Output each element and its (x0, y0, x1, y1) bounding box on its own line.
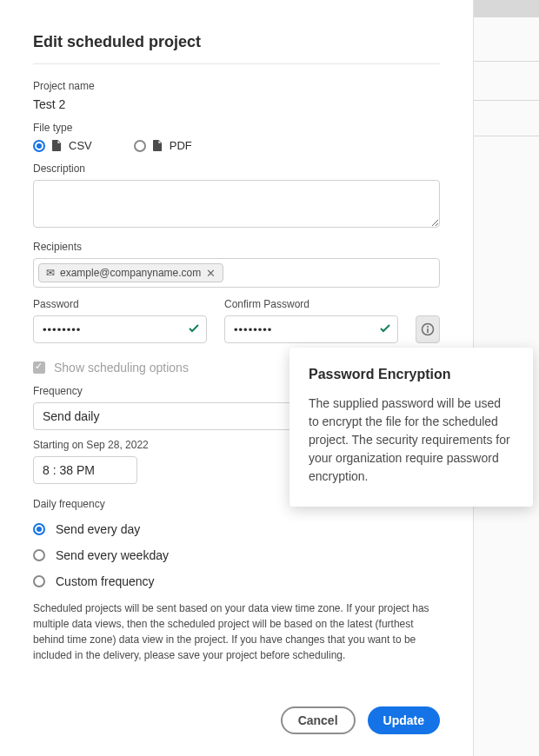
bg-divider (474, 136, 539, 136)
radio-icon (134, 140, 146, 152)
file-type-csv-option[interactable]: CSV (33, 139, 92, 152)
footer-note: Scheduled projects will be sent based on… (33, 600, 440, 663)
daily-freq-custom-option[interactable]: Custom frequency (33, 574, 440, 588)
starting-time-input[interactable]: 8 : 38 PM (33, 456, 137, 484)
check-icon (188, 322, 200, 337)
background-toolbar (474, 0, 539, 17)
file-type-pdf-label: PDF (170, 139, 192, 152)
radio-icon (33, 575, 45, 587)
show-scheduling-label: Show scheduling options (54, 361, 189, 375)
radio-icon (33, 523, 45, 535)
file-type-csv-label: CSV (69, 139, 92, 152)
check-icon (379, 322, 391, 337)
recipient-email: example@companyname.com (60, 267, 201, 279)
daily-freq-everyday-option[interactable]: Send every day (33, 522, 440, 536)
svg-point-1 (427, 326, 429, 328)
file-icon (153, 140, 163, 151)
daily-freq-weekday-option[interactable]: Send every weekday (33, 548, 440, 562)
confirm-password-label: Confirm Password (224, 298, 398, 310)
confirm-password-input[interactable]: •••••••• (224, 315, 398, 343)
password-label: Password (33, 298, 207, 310)
project-name-label: Project name (33, 80, 440, 92)
file-type-pdf-option[interactable]: PDF (134, 139, 192, 152)
modal-title: Edit scheduled project (33, 33, 440, 51)
mail-icon: ✉ (46, 267, 55, 279)
info-icon (421, 322, 435, 336)
bg-divider (474, 100, 539, 101)
popover-title: Password Encryption (309, 367, 514, 382)
file-icon (52, 140, 62, 151)
divider (33, 63, 440, 64)
cancel-button[interactable]: Cancel (281, 706, 356, 734)
daily-freq-weekday-label: Send every weekday (56, 548, 169, 562)
description-label: Description (33, 162, 440, 175)
password-encryption-popover: Password Encryption The supplied passwor… (289, 348, 533, 507)
frequency-value: Send daily (43, 409, 99, 423)
radio-icon (33, 549, 45, 561)
radio-icon (33, 140, 45, 152)
update-button[interactable]: Update (368, 706, 440, 734)
password-input[interactable]: •••••••• (33, 315, 207, 343)
daily-freq-everyday-label: Send every day (56, 522, 140, 536)
svg-rect-2 (427, 328, 429, 333)
popover-body: The supplied password will be used to en… (309, 395, 514, 486)
starting-label: Starting on Sep 28, 2022 (33, 439, 149, 451)
project-name-value: Test 2 (33, 97, 440, 111)
show-scheduling-checkbox (33, 361, 45, 374)
recipients-input[interactable]: ✉ example@companyname.com ✕ (33, 258, 440, 288)
password-info-button[interactable] (416, 315, 440, 343)
starting-time-value: 8 : 38 PM (43, 463, 95, 477)
description-textarea[interactable] (33, 180, 440, 228)
recipient-chip: ✉ example@companyname.com ✕ (38, 263, 223, 282)
bg-divider (474, 61, 539, 62)
file-type-label: File type (33, 122, 440, 134)
recipients-label: Recipients (33, 241, 440, 253)
daily-freq-custom-label: Custom frequency (56, 574, 155, 588)
remove-chip-icon[interactable]: ✕ (206, 268, 216, 279)
